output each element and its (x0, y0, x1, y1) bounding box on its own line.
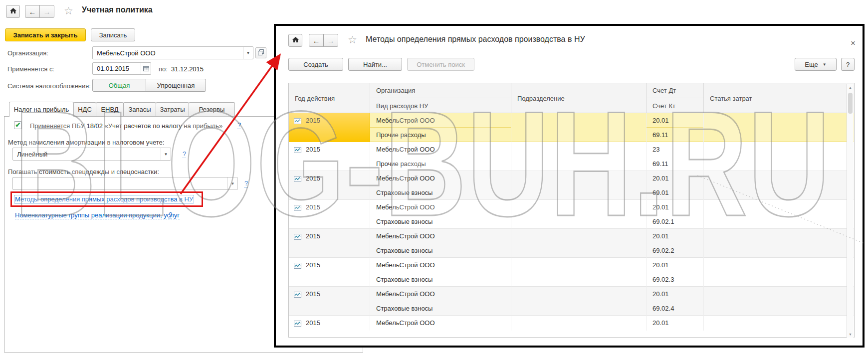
save-button[interactable]: Записать (91, 28, 135, 41)
table-row[interactable]: 2015 МебельСтрой ОООСтраховые взносы 20.… (289, 200, 854, 229)
nomenclature-help-link[interactable]: ? (169, 211, 172, 219)
amortization-help-link[interactable]: ? (183, 150, 186, 158)
table-row[interactable]: 2015 МебельСтрой ОООСтраховые взносы 20.… (289, 287, 854, 316)
table-body: 2015 МебельСтрой ОООПрочие расходы 20.01… (289, 113, 854, 331)
table-row[interactable]: 2015 МебельСтрой ОООСтраховые взносы 20.… (289, 258, 854, 287)
year-cell: 2015 (306, 261, 320, 269)
year-cell: 2015 (306, 203, 320, 211)
tab-rezervy[interactable]: Резервы (189, 102, 235, 116)
department-cell (511, 171, 647, 200)
account-kt-cell: 69.11 (647, 157, 703, 171)
org-cell: МебельСтрой ООО (370, 287, 511, 301)
more-button[interactable]: Еще ▼ (795, 58, 837, 71)
forward-button[interactable]: → (39, 5, 54, 18)
tab-envd[interactable]: ЕНВД (96, 102, 124, 116)
chevron-down-icon[interactable]: ▼ (243, 47, 253, 59)
create-button[interactable]: Создать (288, 58, 343, 71)
calendar-icon[interactable] (141, 63, 151, 74)
col-year-header[interactable]: Год действия (289, 83, 370, 113)
find-button[interactable]: Найти... (348, 58, 402, 71)
applies-from-label: Применяется с: (7, 65, 54, 73)
org-cell: МебельСтрой ООО (370, 316, 511, 330)
cost-item-cell (704, 258, 847, 287)
scroll-up-icon[interactable]: ▲ (847, 84, 854, 91)
year-cell: 2015 (306, 146, 320, 153)
workwear-select[interactable]: ▼ (12, 177, 238, 190)
home-icon (9, 7, 17, 15)
tab-zatraty[interactable]: Затраты (156, 102, 189, 116)
amortization-select[interactable]: Линейный ▼ (12, 148, 171, 161)
cost-item-cell (704, 316, 847, 331)
chevron-down-icon: ▼ (823, 62, 827, 67)
account-dt-cell: 20.01 (647, 113, 703, 128)
cost-item-cell (704, 200, 847, 229)
table-row[interactable]: 2015 МебельСтрой ОООПрочие расходы 20.01… (289, 113, 854, 142)
date-to-value: 31.12.2015 (171, 65, 204, 73)
help-button[interactable]: ? (841, 58, 855, 71)
tab-zapasy[interactable]: Запасы (123, 102, 156, 116)
expense-cell: Страховые взносы (370, 243, 511, 258)
vertical-scrollbar[interactable]: ▲ ▼ (847, 84, 854, 338)
account-dt-cell: 20.01 (647, 258, 703, 272)
record-icon (294, 234, 301, 241)
favorite-star-icon[interactable]: ☆ (64, 6, 73, 16)
table-row[interactable]: 2015 МебельСтрой ОООСтраховые взносы 20.… (289, 171, 854, 200)
cancel-search-button[interactable]: Отменить поиск (407, 58, 474, 71)
record-icon (294, 263, 301, 270)
close-icon[interactable]: × (851, 40, 856, 47)
department-cell (511, 287, 647, 316)
home-button[interactable] (6, 5, 20, 18)
department-cell (511, 258, 647, 287)
tax-simplified-toggle[interactable]: Упрощенная (146, 79, 206, 92)
org-input[interactable]: МебельСтрой ООО ▼ (92, 46, 253, 59)
table-row[interactable]: 2015 МебельСтрой ОООСтраховые взносы 20.… (289, 316, 854, 331)
page-title: Учетная политика (82, 5, 153, 14)
methods-table: Год действия Организация Вид расходов НУ… (288, 83, 855, 338)
col-cost-item-header[interactable]: Статья затрат (704, 83, 847, 113)
account-dt-cell: 20.01 (647, 171, 703, 185)
nomenclature-groups-link[interactable]: Номенклатурные группы реализации продукц… (15, 211, 180, 219)
table-row[interactable]: 2015 МебельСтрой ОООСтраховые взносы 20.… (289, 229, 854, 258)
chevron-down-icon[interactable]: ▼ (161, 148, 171, 160)
tax-general-toggle[interactable]: Общая (92, 79, 146, 92)
org-cell: МебельСтрой ООО (370, 142, 511, 157)
tab-profit-tax[interactable]: Налог на прибыль (9, 102, 74, 117)
year-cell: 2015 (306, 290, 320, 298)
favorite-star-icon[interactable]: ☆ (348, 35, 357, 45)
home-button[interactable] (288, 34, 302, 47)
department-cell (511, 113, 647, 142)
forward-button[interactable]: → (323, 34, 338, 47)
workwear-help-link[interactable]: ? (244, 179, 248, 187)
highlight-red-box (10, 191, 203, 207)
record-icon (294, 321, 301, 328)
open-in-window-icon (258, 49, 264, 57)
department-cell (511, 142, 647, 171)
org-cell: МебельСтрой ООО (370, 113, 511, 128)
scrollbar-thumb[interactable] (848, 93, 853, 114)
account-kt-cell: 69.02.3 (647, 272, 703, 287)
table-row[interactable]: 2015 МебельСтрой ОООПрочие расходы 2369.… (289, 142, 854, 171)
account-dt-cell: 20.01 (647, 287, 703, 301)
cost-item-cell (704, 171, 847, 200)
scroll-down-icon[interactable]: ▼ (847, 331, 854, 338)
open-org-button[interactable] (255, 47, 266, 58)
chevron-down-icon[interactable]: ▼ (227, 178, 237, 189)
table-header: Год действия Организация Вид расходов НУ… (289, 83, 854, 113)
col-org-expense-header[interactable]: Организация Вид расходов НУ (370, 83, 511, 113)
back-button[interactable]: ← (309, 34, 324, 47)
account-dt-cell: 20.01 (647, 229, 703, 243)
back-button[interactable]: ← (25, 5, 40, 18)
year-cell: 2015 (306, 232, 320, 240)
pbu-help-link[interactable]: ? (237, 121, 241, 129)
col-department-header[interactable]: Подразделение (511, 83, 647, 113)
date-from-input[interactable]: 01.01.2015 (92, 62, 151, 75)
tab-nds[interactable]: НДС (73, 102, 96, 116)
save-close-button[interactable]: Записать и закрыть (5, 28, 86, 41)
org-cell: МебельСтрой ООО (370, 229, 511, 243)
pbu-checkbox[interactable]: ✔ (14, 121, 22, 129)
org-label: Организация: (7, 49, 48, 57)
cost-item-cell (704, 142, 847, 171)
col-account-header[interactable]: Счет Дт Счет Кт (647, 83, 704, 113)
org-value: МебельСтрой ООО (97, 49, 243, 57)
expense-cell: Страховые взносы (370, 330, 511, 331)
